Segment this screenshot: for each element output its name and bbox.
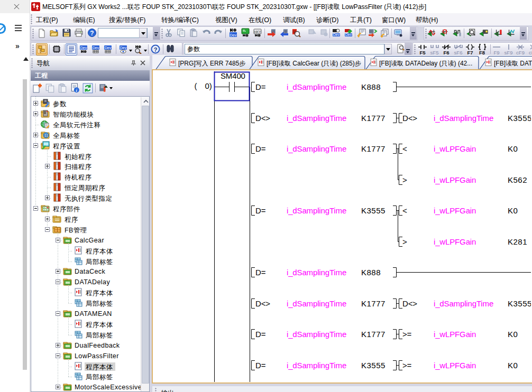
svg-text:<: <: [402, 144, 407, 153]
svg-text:K3555: K3555: [508, 299, 531, 308]
svg-text:K0: K0: [508, 361, 518, 370]
svg-text:K1777: K1777: [361, 330, 386, 339]
svg-text:D=: D=: [255, 82, 266, 91]
svg-text:K562: K562: [508, 175, 527, 184]
svg-text:K3555: K3555: [361, 361, 386, 370]
svg-text:i_wLPFGain: i_wLPFGain: [434, 361, 476, 370]
svg-text:D<>: D<>: [255, 299, 270, 308]
svg-text:K0: K0: [508, 330, 518, 339]
svg-text:>: >: [402, 237, 407, 246]
svg-text:?: ?: [154, 46, 158, 53]
svg-text:K3555: K3555: [508, 114, 531, 123]
svg-text:Dev: Dev: [345, 33, 352, 36]
svg-text:K888: K888: [361, 268, 381, 277]
svg-text:Dev: Dev: [105, 46, 112, 50]
svg-text:D=: D=: [255, 268, 266, 277]
svg-text:K281: K281: [508, 237, 527, 246]
svg-text:Dev: Dev: [333, 33, 340, 36]
svg-text:K3555: K3555: [361, 206, 386, 215]
svg-text:Dev: Dev: [80, 46, 87, 50]
svg-text:K0: K0: [508, 144, 518, 153]
svg-text:K0: K0: [508, 206, 518, 215]
svg-text:D=: D=: [255, 144, 266, 153]
svg-text:SM400: SM400: [221, 71, 245, 80]
svg-text:D=: D=: [255, 206, 266, 215]
svg-text:i_wLPFGain: i_wLPFGain: [434, 144, 476, 153]
svg-text:i_dSamplingTime: i_dSamplingTime: [287, 144, 346, 153]
svg-text:i_dSamplingTime: i_dSamplingTime: [287, 82, 346, 91]
svg-text:>: >: [402, 175, 407, 184]
svg-text:(: (: [195, 81, 197, 90]
svg-text:D<>: D<>: [402, 299, 417, 308]
svg-text:?: ?: [90, 30, 94, 37]
svg-text:D=: D=: [255, 330, 266, 339]
svg-text:i_dSamplingTime: i_dSamplingTime: [434, 299, 493, 308]
svg-text:<: <: [402, 206, 407, 215]
svg-text:K888: K888: [361, 82, 381, 91]
svg-text:i_dSamplingTime: i_dSamplingTime: [287, 361, 346, 370]
svg-text:i_wLPFGain: i_wLPFGain: [434, 330, 476, 339]
svg-text:i_dSamplingTime: i_dSamplingTime: [287, 206, 346, 215]
svg-text:HKY: HKY: [254, 30, 261, 34]
svg-text:i_wLPFGain: i_wLPFGain: [434, 175, 476, 184]
svg-text:i_dSamplingTime: i_dSamplingTime: [287, 268, 346, 277]
svg-text:Dev: Dev: [120, 46, 127, 50]
svg-text:D<>: D<>: [402, 114, 417, 123]
svg-text:0): 0): [205, 81, 212, 90]
svg-text:i_dSamplingTime: i_dSamplingTime: [287, 330, 346, 339]
svg-text:>=: >=: [402, 361, 412, 370]
svg-text:i_dSamplingTime: i_dSamplingTime: [287, 299, 346, 308]
svg-text:i_wLPFGain: i_wLPFGain: [434, 237, 476, 246]
svg-text:Dev: Dev: [93, 46, 99, 50]
svg-text:i_dSamplingTime: i_dSamplingTime: [434, 114, 493, 123]
svg-text:K1777: K1777: [361, 299, 386, 308]
svg-text:Dev: Dev: [230, 33, 236, 37]
svg-text:>=: >=: [402, 330, 412, 339]
svg-text:D<>: D<>: [255, 114, 270, 123]
svg-text:K1777: K1777: [361, 144, 386, 153]
svg-text:i_wLPFGain: i_wLPFGain: [434, 206, 476, 215]
svg-text:D=: D=: [255, 361, 266, 370]
svg-text:K1777: K1777: [361, 114, 386, 123]
svg-text:i_dSamplingTime: i_dSamplingTime: [287, 114, 346, 123]
